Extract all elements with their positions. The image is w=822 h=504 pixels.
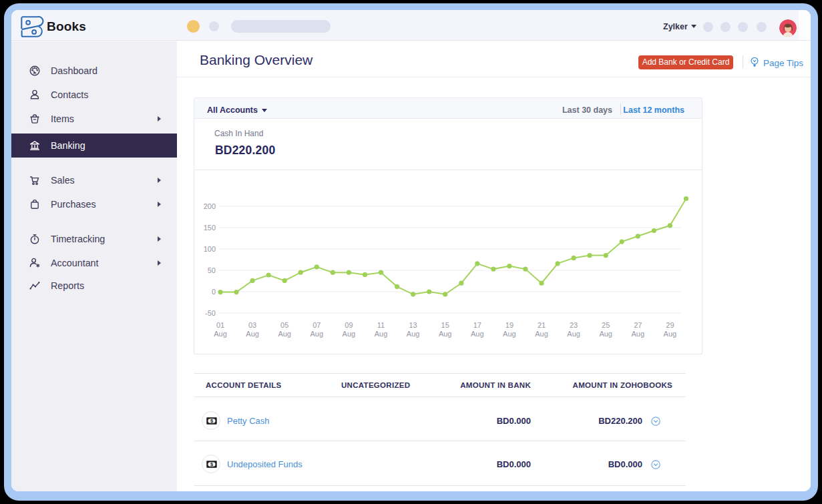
svg-text:150: 150 — [204, 224, 216, 232]
svg-text:0: 0 — [212, 288, 216, 296]
svg-text:200: 200 — [204, 202, 216, 210]
svg-text:27: 27 — [634, 321, 642, 329]
svg-text:29: 29 — [666, 321, 674, 329]
svg-text:Aug: Aug — [664, 330, 677, 338]
svg-text:50: 50 — [208, 266, 216, 274]
svg-text:-50: -50 — [205, 309, 216, 317]
svg-text:Aug: Aug — [375, 330, 388, 338]
svg-text:Aug: Aug — [632, 330, 645, 338]
svg-text:Aug: Aug — [214, 330, 227, 338]
svg-text:Aug: Aug — [407, 330, 420, 338]
svg-text:Aug: Aug — [343, 330, 356, 338]
svg-text:01: 01 — [216, 321, 224, 329]
svg-text:13: 13 — [409, 321, 417, 329]
svg-text:21: 21 — [538, 321, 546, 329]
svg-text:15: 15 — [441, 321, 449, 329]
svg-text:23: 23 — [570, 321, 578, 329]
svg-text:11: 11 — [377, 321, 385, 329]
svg-text:09: 09 — [345, 321, 353, 329]
svg-text:Aug: Aug — [599, 330, 612, 338]
svg-text:17: 17 — [473, 321, 481, 329]
svg-text:Aug: Aug — [567, 330, 580, 338]
svg-text:Aug: Aug — [439, 330, 452, 338]
svg-text:Aug: Aug — [311, 330, 324, 338]
svg-text:Aug: Aug — [278, 330, 291, 338]
svg-text:25: 25 — [602, 321, 610, 329]
svg-text:Aug: Aug — [246, 330, 259, 338]
svg-text:03: 03 — [248, 321, 256, 329]
svg-text:19: 19 — [505, 321, 513, 329]
svg-text:Aug: Aug — [535, 330, 548, 338]
svg-text:Aug: Aug — [471, 330, 484, 338]
svg-text:100: 100 — [204, 245, 216, 253]
svg-text:07: 07 — [313, 321, 321, 329]
svg-text:Aug: Aug — [503, 330, 516, 338]
svg-text:05: 05 — [280, 321, 288, 329]
